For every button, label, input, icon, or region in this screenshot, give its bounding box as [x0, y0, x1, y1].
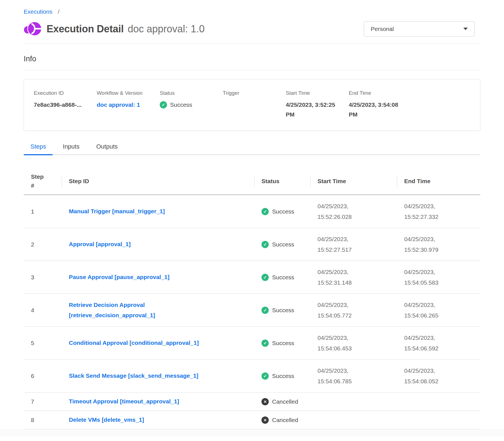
step-id-link[interactable]: Approval [approval_1] — [69, 239, 131, 249]
start-time-cell: 04/25/2023,15:52:26.028 — [310, 197, 397, 226]
check-circle-icon: ✓ — [160, 101, 167, 108]
end-time-cell-date: 04/25/2023, — [404, 267, 475, 277]
step-number-cell: 7 — [24, 394, 62, 409]
end-time-cell: 04/25/2023,15:54:06.592 — [397, 329, 480, 358]
execution-detail-page: Executions / Execution Detail doc approv… — [24, 0, 480, 429]
table-row: 8Delete VMs [delete_vms_1]✕Cancelled — [24, 411, 480, 429]
start-time-cell — [310, 398, 397, 406]
steps-table-body: 1Manual Trigger [manual_trigger_1]✓Succe… — [24, 195, 480, 429]
end-time-cell: 04/25/2023,15:52:27.332 — [397, 197, 480, 226]
info-label-execution-id: Execution ID — [34, 90, 92, 96]
table-row: 7Timeout Approval [timeout_approval_1]✕C… — [24, 392, 480, 411]
check-circle-icon: ✓ — [261, 340, 269, 347]
check-circle-icon: ✓ — [261, 307, 269, 314]
end-time-cell: 04/25/2023,15:54:05.583 — [397, 263, 480, 292]
bottom-strip — [0, 429, 504, 437]
end-time-cell-date: 04/25/2023, — [404, 201, 475, 212]
title-group: Execution Detail doc approval: 1.0 — [24, 21, 205, 37]
step-id-link[interactable]: Timeout Approval [timeout_approval_1] — [69, 396, 179, 407]
info-value-end-time: 4/25/2023, 3:54:08 PM — [349, 100, 404, 119]
end-time-cell-clock: 15:52:27.332 — [404, 212, 475, 222]
info-label-start-time: Start Time — [286, 90, 344, 96]
start-time-cell-clock: 15:54:06.785 — [318, 376, 392, 387]
step-id-cell: Delete VMs [delete_vms_1] — [62, 411, 254, 429]
step-id-link[interactable]: Delete VMs [delete_vms_1] — [69, 415, 144, 425]
column-header-status: Status — [254, 172, 310, 190]
workflow-name-version: doc approval: 1.0 — [128, 23, 205, 35]
table-row: 2Approval [approval_1]✓Success04/25/2023… — [24, 228, 480, 261]
start-time-cell-date: 04/25/2023, — [318, 333, 392, 343]
start-time-cell-clock: 15:54:06.453 — [318, 343, 392, 354]
column-header-end-time: End Time — [397, 172, 480, 190]
table-row: 1Manual Trigger [manual_trigger_1]✓Succe… — [24, 195, 480, 228]
start-time-cell-clock: 15:52:26.028 — [318, 212, 392, 222]
info-value-start-time: 4/25/2023, 3:52:25 PM — [286, 100, 341, 119]
status-text: Success — [272, 274, 294, 281]
column-header-label: End Time — [404, 178, 430, 184]
end-time-cell-clock: 15:54:05.583 — [404, 277, 475, 288]
step-number-cell: 5 — [24, 336, 62, 350]
column-header-step: Step # — [24, 168, 62, 194]
status-text: Success — [272, 307, 294, 314]
tabs: StepsInputsOutputs — [24, 141, 480, 155]
tab-outputs[interactable]: Outputs — [89, 141, 124, 154]
status-text: Success — [272, 208, 294, 215]
info-section-title: Info — [24, 55, 480, 63]
step-number-cell: 8 — [24, 413, 62, 427]
end-time-cell-date: 04/25/2023, — [404, 365, 475, 376]
start-time-cell-date: 04/25/2023, — [318, 267, 392, 277]
status-cell: ✓Success — [254, 270, 310, 285]
tab-steps[interactable]: Steps — [24, 141, 53, 154]
scope-dropdown[interactable]: Personal — [364, 21, 475, 37]
end-time-cell: 04/25/2023,15:54:06.265 — [397, 296, 480, 325]
step-id-link[interactable]: Manual Trigger [manual_trigger_1] — [69, 206, 165, 217]
status-text: Cancelled — [272, 417, 298, 423]
info-field-start-time: Start Time4/25/2023, 3:52:25 PM — [286, 90, 349, 119]
end-time-cell — [397, 416, 480, 424]
execution-status: ✓Success — [160, 100, 218, 110]
header-divider — [24, 43, 480, 43]
end-time-cell-date: 04/25/2023, — [404, 300, 475, 310]
step-id-link[interactable]: Slack Send Message [slack_send_message_1… — [69, 371, 198, 381]
step-id-link[interactable]: Pause Approval [pause_approval_1] — [69, 272, 169, 282]
step-id-link[interactable]: Retrieve Decision Approval [retrieve_dec… — [69, 300, 211, 321]
start-time-cell-date: 04/25/2023, — [318, 201, 392, 212]
workflow-version-link[interactable]: doc approval: 1 — [97, 100, 140, 110]
steps-table-header: Step #Step IDStatusStart TimeEnd Time — [24, 168, 480, 195]
start-time-cell — [310, 416, 397, 424]
check-circle-icon: ✓ — [261, 372, 269, 380]
step-id-cell: Manual Trigger [manual_trigger_1] — [62, 202, 254, 220]
table-row: 6Slack Send Message [slack_send_message_… — [24, 360, 480, 392]
start-time-cell-date: 04/25/2023, — [318, 300, 392, 310]
info-label-status: Status — [160, 90, 218, 96]
step-id-cell: Retrieve Decision Approval [retrieve_dec… — [62, 296, 254, 324]
status-text: Success — [272, 373, 294, 379]
info-divider — [24, 70, 480, 70]
status-text: Success — [272, 241, 294, 248]
tab-inputs[interactable]: Inputs — [56, 141, 86, 154]
breadcrumb-executions-link[interactable]: Executions — [24, 8, 52, 15]
page-header: Execution Detail doc approval: 1.0 Perso… — [24, 21, 480, 37]
status-text: Cancelled — [272, 398, 298, 405]
start-time-cell: 04/25/2023,15:52:27.517 — [310, 230, 397, 259]
check-circle-icon: ✓ — [261, 274, 269, 281]
table-row: 5Conditional Approval [conditional_appro… — [24, 327, 480, 360]
breadcrumb-separator: / — [58, 8, 60, 15]
info-card: Execution ID7e8ac396-a868-...Workflow & … — [24, 79, 480, 131]
step-number-cell: 2 — [24, 237, 62, 252]
step-number-cell: 6 — [24, 369, 62, 383]
step-id-link[interactable]: Conditional Approval [conditional_approv… — [69, 338, 199, 348]
step-number-cell: 4 — [24, 303, 62, 318]
info-field-status: Status✓Success — [160, 90, 223, 119]
workflow-brand-icon — [24, 21, 42, 37]
status-cell: ✓Success — [254, 303, 310, 318]
step-id-cell: Timeout Approval [timeout_approval_1] — [62, 392, 254, 411]
status-cell: ✕Cancelled — [254, 394, 310, 409]
info-field-workflow-version: Workflow & Versiondoc approval: 1 — [97, 90, 160, 119]
status-cell: ✓Success — [254, 369, 310, 384]
end-time-cell-clock: 15:54:08.052 — [404, 376, 475, 387]
scope-dropdown-value: Personal — [371, 26, 394, 32]
status-text: Success — [272, 340, 294, 346]
start-time-cell: 04/25/2023,15:54:05.772 — [310, 296, 397, 325]
execution-status-text: Success — [170, 100, 192, 110]
